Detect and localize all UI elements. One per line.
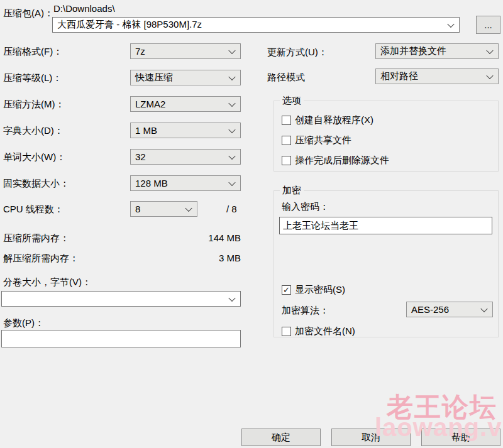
method-value: LZMA2 <box>135 99 165 109</box>
memory-compress-label: 压缩所需内存： <box>3 232 69 244</box>
checkbox-icon[interactable] <box>282 156 291 165</box>
parameters-label: 参数(P)： <box>3 317 44 329</box>
chevron-down-icon <box>486 72 493 79</box>
checkbox-label: 操作完成后删除源文件 <box>295 155 389 167</box>
path-mode-dropdown[interactable]: 相对路径 <box>375 68 499 84</box>
encryption-group-title: 加密 <box>280 185 304 197</box>
chevron-down-icon <box>228 294 235 301</box>
archive-filename-text: 大西瓜爱牙膏 - 棉袜 [98P530M].7z <box>57 19 202 31</box>
solid-block-value: 128 MB <box>135 178 168 188</box>
encryption-method-dropdown[interactable]: AES-256 <box>406 302 493 317</box>
word-size-dropdown[interactable]: 32 <box>130 149 241 165</box>
memory-decompress-value: 3 MB <box>176 253 241 263</box>
checkbox-label: 创建自释放程序(X) <box>295 114 373 126</box>
checkbox-encrypt-filenames[interactable]: 加密文件名(N) <box>282 325 355 337</box>
checkbox-compress-shared[interactable]: 压缩共享文件 <box>282 134 351 146</box>
solid-block-label: 固实数据大小： <box>3 178 69 190</box>
memory-decompress-label: 解压缩所需内存： <box>3 253 79 265</box>
level-dropdown[interactable]: 快速压缩 <box>130 70 241 85</box>
level-label: 压缩等级(L)： <box>3 72 62 84</box>
format-label: 压缩格式(F)： <box>3 46 62 58</box>
chevron-down-icon <box>228 46 235 53</box>
password-input[interactable] <box>279 217 492 234</box>
chevron-down-icon <box>228 152 235 159</box>
path-mode-label: 路径模式 <box>267 72 305 84</box>
browse-button[interactable]: ... <box>476 16 500 34</box>
solid-block-dropdown[interactable]: 128 MB <box>130 175 241 191</box>
chevron-down-icon <box>480 305 487 312</box>
level-value: 快速压缩 <box>135 72 173 84</box>
options-group-title: 选项 <box>280 95 304 107</box>
method-label: 压缩方法(M)： <box>3 99 65 111</box>
cpu-threads-max: / 8 <box>226 204 237 214</box>
chevron-down-icon <box>228 99 235 106</box>
dictionary-value: 1 MB <box>135 125 157 136</box>
path-mode-value: 相对路径 <box>380 70 418 82</box>
split-volume-combobox[interactable] <box>1 291 241 307</box>
ok-button[interactable]: 确定 <box>241 429 321 446</box>
checkbox-icon[interactable] <box>282 136 291 145</box>
checkbox-create-sfx[interactable]: 创建自释放程序(X) <box>282 114 373 126</box>
update-mode-label: 更新方式(U)： <box>267 46 328 58</box>
encryption-method-label: 加密算法： <box>282 305 329 317</box>
checkbox-label: 加密文件名(N) <box>295 325 355 337</box>
password-label: 输入密码： <box>282 201 329 213</box>
chevron-down-icon <box>486 46 493 53</box>
cpu-threads-value: 8 <box>135 204 140 214</box>
update-mode-value: 添加并替换文件 <box>380 45 446 57</box>
cancel-button[interactable]: 取消 <box>331 429 411 446</box>
method-dropdown[interactable]: LZMA2 <box>130 96 241 112</box>
word-size-label: 单词大小(W)： <box>3 151 65 163</box>
cpu-threads-label: CPU 线程数： <box>3 204 64 216</box>
word-size-value: 32 <box>135 151 146 162</box>
chevron-down-icon <box>228 73 235 80</box>
help-button[interactable]: 帮助 <box>421 429 500 446</box>
chevron-down-icon <box>228 126 235 133</box>
checkbox-icon[interactable] <box>282 285 291 295</box>
update-mode-dropdown[interactable]: 添加并替换文件 <box>375 43 499 59</box>
checkbox-label: 压缩共享文件 <box>295 134 351 146</box>
watermark-text: 老王论坛 <box>387 390 497 425</box>
chevron-down-icon <box>228 178 235 185</box>
options-groupbox: 选项 创建自释放程序(X) 压缩共享文件 操作完成后删除源文件 <box>274 101 499 172</box>
checkbox-icon[interactable] <box>282 327 291 336</box>
cpu-threads-dropdown[interactable]: 8 <box>130 201 197 217</box>
checkbox-icon[interactable] <box>282 116 291 125</box>
parameters-input[interactable] <box>1 330 241 347</box>
format-value: 7z <box>135 46 145 57</box>
checkbox-label: 显示密码(S) <box>295 284 345 296</box>
chevron-down-icon <box>185 204 192 211</box>
split-volume-label: 分卷大小，字节(V)： <box>3 276 91 288</box>
archive-filename-combobox[interactable]: 大西瓜爱牙膏 - 棉袜 [98P530M].7z <box>52 17 460 33</box>
encryption-method-value: AES-256 <box>411 304 449 315</box>
memory-compress-value: 144 MB <box>176 232 241 243</box>
dictionary-dropdown[interactable]: 1 MB <box>130 123 241 138</box>
checkbox-delete-after[interactable]: 操作完成后删除源文件 <box>282 155 389 167</box>
format-dropdown[interactable]: 7z <box>130 43 241 59</box>
chevron-down-icon <box>447 20 454 27</box>
archive-label: 压缩包(A)： <box>3 8 53 19</box>
encryption-groupbox: 加密 输入密码： 显示密码(S) 加密算法： AES-256 加密文件名(N) <box>274 190 499 337</box>
checkbox-show-password[interactable]: 显示密码(S) <box>282 284 345 296</box>
archive-path: D:\Downloads\ <box>53 3 115 14</box>
dictionary-label: 字典大小(D)： <box>3 125 64 137</box>
